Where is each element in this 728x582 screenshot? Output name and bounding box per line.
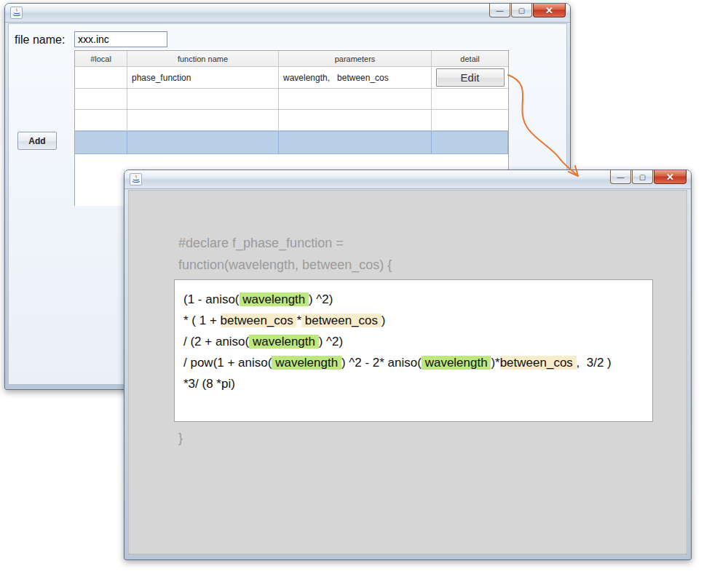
cell-detail: Edit <box>432 67 508 89</box>
edit-button[interactable]: Edit <box>436 68 505 87</box>
cell-parameters[interactable] <box>279 110 432 131</box>
maximize-button[interactable]: ▢ <box>632 170 653 184</box>
cell-local[interactable] <box>75 89 127 110</box>
header-parameters[interactable]: parameters <box>279 51 432 67</box>
header-function-name[interactable]: function name <box>127 51 279 67</box>
minimize-button[interactable]: — <box>489 4 510 17</box>
file-name-input[interactable] <box>74 31 167 47</box>
window2-titlebar[interactable]: — ▢ ✕ <box>124 170 691 189</box>
code-line: / (2 + aniso( wavelength ) ^2) <box>183 331 644 352</box>
highlight-wavelength: wavelength <box>272 356 341 370</box>
cell-parameters[interactable] <box>279 89 432 110</box>
desktop: — ▢ ✕ file name: #local function name pa… <box>0 0 728 582</box>
highlight-wavelength: wavelength <box>422 356 491 370</box>
code-line: / pow(1 + aniso( wavelength ) ^2 - 2* an… <box>183 352 644 373</box>
close-button[interactable]: ✕ <box>533 4 566 17</box>
cell-local[interactable] <box>75 110 127 131</box>
close-button[interactable]: ✕ <box>654 170 687 184</box>
code-line: * ( 1 + between_cos * between_cos ) <box>183 310 644 331</box>
cell-function-name[interactable] <box>127 89 279 110</box>
function-signature-line: function(wavelength, between_cos) { <box>178 258 392 273</box>
header-detail[interactable]: detail <box>432 51 508 67</box>
highlight-between-cos: between_cos <box>301 314 381 327</box>
cell-parameters[interactable] <box>279 131 432 154</box>
header-local[interactable]: #local <box>75 51 127 67</box>
file-name-label: file name: <box>15 33 65 47</box>
cell-function-name[interactable]: phase_function <box>127 67 279 89</box>
table-header-row: #local function name parameters detail <box>75 51 508 67</box>
highlight-wavelength: wavelength <box>249 335 318 348</box>
window2-content: #declare f_phase_function = function(wav… <box>128 190 687 554</box>
code-area[interactable]: (1 - aniso( wavelength ) ^2)* ( 1 + betw… <box>174 279 653 422</box>
cell-local[interactable] <box>75 67 127 89</box>
table-row[interactable] <box>75 110 508 131</box>
maximize-button[interactable]: ▢ <box>511 4 532 17</box>
cell-detail[interactable] <box>432 131 508 154</box>
highlight-between-cos: between_cos <box>221 314 297 327</box>
cell-local[interactable] <box>75 131 127 154</box>
table-row[interactable] <box>75 89 508 110</box>
highlight-wavelength: wavelength <box>240 292 309 306</box>
java-icon <box>130 173 142 186</box>
code-line: *3/ (8 *pi) <box>183 373 644 394</box>
table-row-selected[interactable] <box>75 131 508 154</box>
table-row[interactable]: phase_function wavelength, between_cos E… <box>75 67 508 89</box>
cell-function-name[interactable] <box>127 110 279 131</box>
cell-detail[interactable] <box>432 110 508 131</box>
cell-detail[interactable] <box>432 89 508 110</box>
closing-brace: } <box>178 431 183 446</box>
minimize-button[interactable]: — <box>610 170 631 184</box>
code-line: (1 - aniso( wavelength ) ^2) <box>183 289 644 310</box>
java-icon <box>10 7 23 19</box>
cell-function-name[interactable] <box>127 131 279 154</box>
highlight-between-cos: between_cos <box>500 356 577 370</box>
cell-parameters[interactable]: wavelength, between_cos <box>279 67 432 89</box>
declare-line: #declare f_phase_function = <box>178 236 344 251</box>
window1-titlebar[interactable]: — ▢ ✕ <box>5 4 570 23</box>
add-button[interactable]: Add <box>17 132 57 150</box>
window-function-editor: — ▢ ✕ #declare f_phase_function = functi… <box>124 170 692 560</box>
